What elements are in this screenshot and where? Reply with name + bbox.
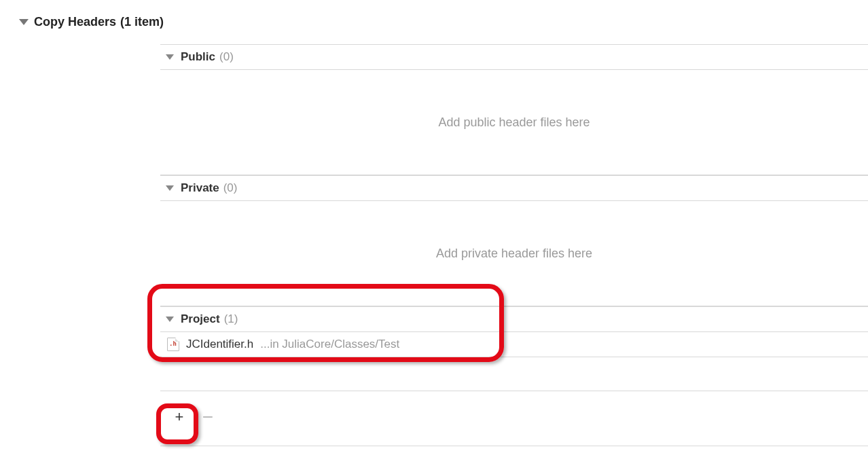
section-header-private[interactable]: Private (0) xyxy=(160,175,868,201)
chevron-down-icon xyxy=(166,185,174,191)
section-count: (0) xyxy=(223,181,238,195)
section-project: Project (1) JCIdentifier.h ...in JuliaCo… xyxy=(160,306,868,357)
section-label: Private xyxy=(181,181,219,195)
phase-count: (1 item) xyxy=(120,15,164,29)
placeholder-text: Add public header files here xyxy=(160,115,868,130)
private-dropzone[interactable]: Add private header files here xyxy=(160,201,868,306)
file-name: JCIdentifier.h xyxy=(186,338,253,351)
remove-button[interactable]: − xyxy=(194,403,221,431)
phase-header[interactable]: Copy Headers (1 item) xyxy=(0,0,868,44)
placeholder-text: Add private header files here xyxy=(160,247,868,261)
chevron-down-icon xyxy=(19,19,29,25)
add-button[interactable]: + xyxy=(166,403,193,431)
file-row[interactable]: JCIdentifier.h ...in JuliaCore/Classes/T… xyxy=(160,332,868,357)
section-private: Private (0) Add private header files her… xyxy=(160,175,868,306)
section-label: Project xyxy=(181,312,220,326)
header-file-icon xyxy=(167,338,179,351)
section-public: Public (0) Add public header files here xyxy=(160,44,868,175)
file-path: ...in JuliaCore/Classes/Test xyxy=(260,338,399,351)
chevron-down-icon xyxy=(166,317,174,322)
phase-title: Copy Headers xyxy=(34,15,116,29)
section-header-project[interactable]: Project (1) xyxy=(160,306,868,332)
section-count: (0) xyxy=(219,50,234,64)
section-count: (1) xyxy=(224,312,238,326)
divider xyxy=(160,357,868,391)
section-label: Public xyxy=(181,50,215,64)
section-header-public[interactable]: Public (0) xyxy=(160,44,868,70)
chevron-down-icon xyxy=(166,54,174,60)
toolbar: + − xyxy=(160,391,868,446)
project-file-list: JCIdentifier.h ...in JuliaCore/Classes/T… xyxy=(160,332,868,357)
public-dropzone[interactable]: Add public header files here xyxy=(160,70,868,175)
